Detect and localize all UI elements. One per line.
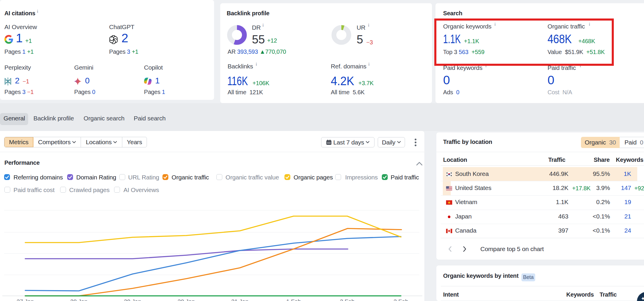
svg-text:3 Feb: 3 Feb — [394, 298, 408, 301]
svg-text:2 Feb: 2 Feb — [340, 298, 355, 301]
svg-text:1 Feb: 1 Feb — [286, 298, 301, 301]
svg-text:28 Jan: 28 Jan — [70, 298, 88, 301]
svg-text:30 Jan: 30 Jan — [178, 298, 195, 301]
svg-text:31 Jan: 31 Jan — [231, 298, 249, 301]
svg-text:27 Jan: 27 Jan — [17, 298, 34, 301]
svg-text:29 Jan: 29 Jan — [124, 298, 141, 301]
